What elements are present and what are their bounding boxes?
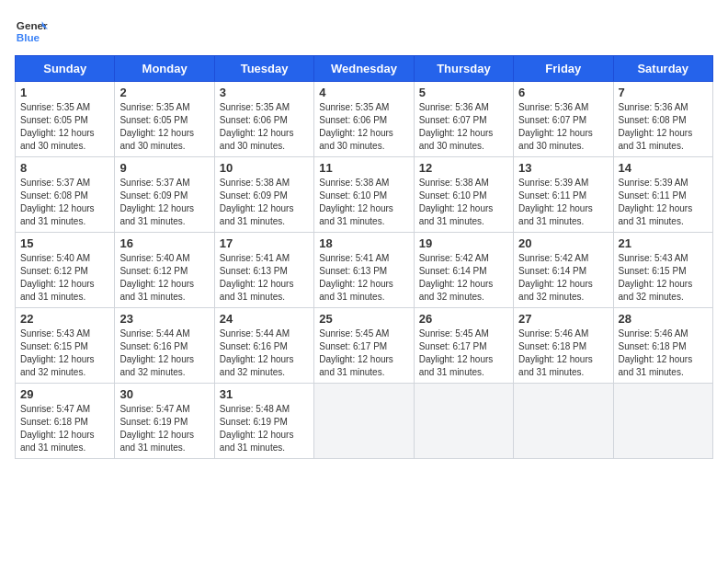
day-number: 25	[319, 312, 408, 326]
calendar-cell: 25 Sunrise: 5:45 AMSunset: 6:17 PMDaylig…	[314, 308, 414, 384]
cell-info: Sunrise: 5:35 AMSunset: 6:06 PMDaylight:…	[220, 102, 294, 151]
day-number: 8	[20, 161, 109, 175]
calendar-cell: 7 Sunrise: 5:36 AMSunset: 6:08 PMDayligh…	[613, 82, 712, 157]
cell-info: Sunrise: 5:47 AMSunset: 6:19 PMDaylight:…	[119, 404, 194, 453]
cell-info: Sunrise: 5:40 AMSunset: 6:12 PMDaylight:…	[20, 253, 95, 302]
cell-info: Sunrise: 5:38 AMSunset: 6:09 PMDaylight:…	[220, 178, 294, 226]
cell-info: Sunrise: 5:45 AMSunset: 6:17 PMDaylight:…	[319, 328, 393, 377]
cell-info: Sunrise: 5:39 AMSunset: 6:11 PMDaylight:…	[619, 178, 693, 226]
calendar-cell: 29 Sunrise: 5:47 AMSunset: 6:18 PMDaylig…	[16, 384, 115, 459]
calendar-cell: 24 Sunrise: 5:44 AMSunset: 6:16 PMDaylig…	[214, 308, 313, 384]
calendar-cell: 4 Sunrise: 5:35 AMSunset: 6:06 PMDayligh…	[314, 82, 414, 157]
cell-info: Sunrise: 5:35 AMSunset: 6:05 PMDaylight:…	[119, 102, 194, 151]
calendar-cell: 18 Sunrise: 5:41 AMSunset: 6:13 PMDaylig…	[314, 233, 414, 308]
day-number: 6	[518, 86, 608, 99]
day-number: 16	[119, 236, 209, 250]
day-number: 13	[518, 161, 608, 175]
weekday-header: Friday	[514, 56, 613, 82]
day-number: 4	[319, 86, 408, 99]
day-number: 30	[119, 387, 209, 401]
day-number: 7	[619, 86, 708, 99]
day-number: 12	[419, 161, 508, 175]
cell-info: Sunrise: 5:41 AMSunset: 6:13 PMDaylight:…	[220, 253, 294, 302]
cell-info: Sunrise: 5:45 AMSunset: 6:17 PMDaylight:…	[419, 328, 494, 377]
calendar-cell: 17 Sunrise: 5:41 AMSunset: 6:13 PMDaylig…	[214, 233, 313, 308]
cell-info: Sunrise: 5:36 AMSunset: 6:07 PMDaylight:…	[419, 102, 494, 151]
cell-info: Sunrise: 5:39 AMSunset: 6:11 PMDaylight:…	[518, 178, 593, 226]
day-number: 31	[220, 387, 309, 401]
calendar-cell: 28 Sunrise: 5:46 AMSunset: 6:18 PMDaylig…	[613, 308, 712, 384]
calendar-cell: 26 Sunrise: 5:45 AMSunset: 6:17 PMDaylig…	[414, 308, 513, 384]
cell-info: Sunrise: 5:38 AMSunset: 6:10 PMDaylight:…	[419, 178, 494, 226]
day-number: 22	[20, 312, 109, 326]
day-number: 2	[119, 86, 209, 99]
cell-info: Sunrise: 5:35 AMSunset: 6:05 PMDaylight:…	[20, 102, 95, 151]
day-number: 15	[20, 236, 109, 250]
cell-info: Sunrise: 5:47 AMSunset: 6:18 PMDaylight:…	[20, 404, 95, 453]
cell-info: Sunrise: 5:42 AMSunset: 6:14 PMDaylight:…	[419, 253, 494, 302]
calendar-cell: 6 Sunrise: 5:36 AMSunset: 6:07 PMDayligh…	[514, 82, 613, 157]
calendar-cell: 2 Sunrise: 5:35 AMSunset: 6:05 PMDayligh…	[115, 82, 214, 157]
page-header: General Blue	[15, 15, 713, 48]
calendar-cell: 5 Sunrise: 5:36 AMSunset: 6:07 PMDayligh…	[414, 82, 513, 157]
cell-info: Sunrise: 5:41 AMSunset: 6:13 PMDaylight:…	[319, 253, 393, 302]
cell-info: Sunrise: 5:38 AMSunset: 6:10 PMDaylight:…	[319, 178, 393, 226]
day-number: 20	[518, 236, 608, 250]
calendar-cell: 27 Sunrise: 5:46 AMSunset: 6:18 PMDaylig…	[514, 308, 613, 384]
day-number: 24	[220, 312, 309, 326]
day-number: 10	[220, 161, 309, 175]
calendar-cell: 3 Sunrise: 5:35 AMSunset: 6:06 PMDayligh…	[214, 82, 313, 157]
calendar-cell	[514, 384, 613, 459]
day-number: 21	[619, 236, 708, 250]
calendar-cell: 20 Sunrise: 5:42 AMSunset: 6:14 PMDaylig…	[514, 233, 613, 308]
weekday-header: Thursday	[414, 56, 513, 82]
calendar-cell: 11 Sunrise: 5:38 AMSunset: 6:10 PMDaylig…	[314, 157, 414, 233]
calendar-cell: 30 Sunrise: 5:47 AMSunset: 6:19 PMDaylig…	[115, 384, 214, 459]
weekday-header: Saturday	[613, 56, 712, 82]
calendar-cell: 9 Sunrise: 5:37 AMSunset: 6:09 PMDayligh…	[115, 157, 214, 233]
cell-info: Sunrise: 5:44 AMSunset: 6:16 PMDaylight:…	[220, 328, 294, 377]
calendar-cell: 21 Sunrise: 5:43 AMSunset: 6:15 PMDaylig…	[613, 233, 712, 308]
weekday-header: Monday	[115, 56, 214, 82]
calendar-cell: 16 Sunrise: 5:40 AMSunset: 6:12 PMDaylig…	[115, 233, 214, 308]
calendar-cell: 23 Sunrise: 5:44 AMSunset: 6:16 PMDaylig…	[115, 308, 214, 384]
day-number: 27	[518, 312, 608, 326]
day-number: 3	[220, 86, 309, 99]
day-number: 11	[319, 161, 408, 175]
cell-info: Sunrise: 5:36 AMSunset: 6:07 PMDaylight:…	[518, 102, 593, 151]
cell-info: Sunrise: 5:43 AMSunset: 6:15 PMDaylight:…	[619, 253, 693, 302]
cell-info: Sunrise: 5:46 AMSunset: 6:18 PMDaylight:…	[518, 328, 593, 377]
calendar-cell: 1 Sunrise: 5:35 AMSunset: 6:05 PMDayligh…	[16, 82, 115, 157]
weekday-header: Tuesday	[214, 56, 313, 82]
cell-info: Sunrise: 5:36 AMSunset: 6:08 PMDaylight:…	[619, 102, 693, 151]
day-number: 14	[619, 161, 708, 175]
day-number: 5	[419, 86, 508, 99]
calendar-cell	[314, 384, 414, 459]
calendar-cell: 12 Sunrise: 5:38 AMSunset: 6:10 PMDaylig…	[414, 157, 513, 233]
day-number: 18	[319, 236, 408, 250]
cell-info: Sunrise: 5:48 AMSunset: 6:19 PMDaylight:…	[220, 404, 294, 453]
cell-info: Sunrise: 5:46 AMSunset: 6:18 PMDaylight:…	[619, 328, 693, 377]
day-number: 26	[419, 312, 508, 326]
cell-info: Sunrise: 5:44 AMSunset: 6:16 PMDaylight:…	[119, 328, 194, 377]
cell-info: Sunrise: 5:37 AMSunset: 6:09 PMDaylight:…	[119, 178, 194, 226]
logo: General Blue	[15, 15, 48, 48]
logo-icon: General Blue	[15, 15, 48, 48]
cell-info: Sunrise: 5:42 AMSunset: 6:14 PMDaylight:…	[518, 253, 593, 302]
weekday-header: Sunday	[16, 56, 115, 82]
calendar-cell: 10 Sunrise: 5:38 AMSunset: 6:09 PMDaylig…	[214, 157, 313, 233]
svg-text:Blue: Blue	[17, 31, 40, 43]
day-number: 28	[619, 312, 708, 326]
cell-info: Sunrise: 5:40 AMSunset: 6:12 PMDaylight:…	[119, 253, 194, 302]
calendar-cell: 14 Sunrise: 5:39 AMSunset: 6:11 PMDaylig…	[613, 157, 712, 233]
day-number: 9	[119, 161, 209, 175]
cell-info: Sunrise: 5:37 AMSunset: 6:08 PMDaylight:…	[20, 178, 95, 226]
day-number: 17	[220, 236, 309, 250]
cell-info: Sunrise: 5:35 AMSunset: 6:06 PMDaylight:…	[319, 102, 393, 151]
day-number: 23	[119, 312, 209, 326]
calendar-cell	[613, 384, 712, 459]
calendar-cell: 22 Sunrise: 5:43 AMSunset: 6:15 PMDaylig…	[16, 308, 115, 384]
calendar-cell: 15 Sunrise: 5:40 AMSunset: 6:12 PMDaylig…	[16, 233, 115, 308]
calendar-cell	[414, 384, 513, 459]
calendar-table: SundayMondayTuesdayWednesdayThursdayFrid…	[15, 55, 713, 459]
